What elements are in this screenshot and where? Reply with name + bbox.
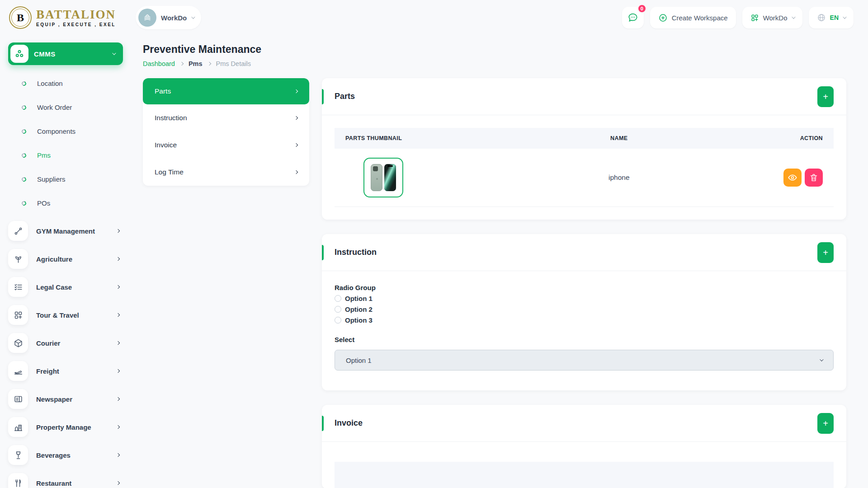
wine-glass-icon (14, 450, 23, 460)
sidebar-item-label: Location (37, 80, 63, 87)
menu-item-label: Log Time (155, 168, 184, 176)
sidebar-item-suppliers[interactable]: Suppliers (8, 167, 123, 191)
delete-part-button[interactable] (805, 169, 823, 187)
invoice-card: Invoice + (322, 405, 846, 488)
iphone-back-image (371, 164, 382, 191)
dumbbell-icon (14, 226, 23, 236)
sidebar-item-label: Tour & Travel (36, 311, 79, 319)
sidebar-item-beverages[interactable]: Beverages (8, 441, 123, 469)
sidebar-item-pms[interactable]: Pms (8, 143, 123, 167)
table-row: iphone (335, 149, 834, 207)
building-icon (142, 13, 152, 23)
sidebar-item-label: Components (37, 127, 75, 135)
brand-logo: B BATTALION EQUIP , EXECUTE , EXEL (9, 6, 136, 29)
detail-menu-parts[interactable]: Parts (143, 78, 309, 104)
radio-option-3[interactable]: Option 3 (335, 316, 834, 324)
sidebar-item-label: Restaurant (36, 479, 71, 487)
main-content: Preventive Maintenance Dashboard Pms Pms… (131, 35, 868, 488)
view-part-button[interactable] (783, 169, 802, 187)
bullet-icon (21, 152, 27, 158)
chevron-right-icon (207, 62, 211, 66)
sidebar-app-switcher-cmms[interactable]: CMMS (8, 42, 123, 65)
create-workspace-label: Create Workspace (672, 14, 728, 22)
workdo-dropdown[interactable]: WorkDo (742, 7, 802, 28)
breadcrumb-pms[interactable]: Pms (189, 60, 203, 67)
sidebar-item-property-manage[interactable]: Property Manage (8, 413, 123, 441)
sidebar-item-gym-management[interactable]: GYM Management (8, 217, 123, 245)
detail-menu-instruction[interactable]: Instruction (143, 104, 309, 131)
building-icon (14, 422, 23, 432)
breadcrumb-pms-details: Pms Details (216, 60, 251, 67)
messages-badge: 0 (637, 4, 646, 13)
sidebar-item-pos[interactable]: POs (8, 191, 123, 215)
sidebar-item-label: Legal Case (36, 283, 72, 291)
sidebar-item-courier[interactable]: Courier (8, 329, 123, 357)
add-instruction-button[interactable]: + (817, 242, 834, 263)
add-invoice-button[interactable]: + (817, 413, 834, 434)
package-icon (14, 338, 23, 348)
chevron-down-icon (843, 15, 846, 19)
circle-plus-icon (658, 13, 668, 23)
invoice-card-title: Invoice (335, 418, 363, 428)
pms-detail-menu: Parts Instruction Invoice Log Time (143, 78, 309, 186)
page-title: Preventive Maintenance (143, 43, 846, 56)
sidebar-item-freight[interactable]: Freight (8, 357, 123, 385)
chevron-right-icon (116, 257, 120, 261)
chevron-right-icon (294, 143, 298, 147)
menu-item-label: Parts (155, 87, 171, 95)
parts-table: Parts Thumbnail Name Action (335, 128, 834, 207)
sidebar-item-label: Pms (37, 151, 51, 159)
bullet-icon (21, 200, 27, 206)
create-workspace-button[interactable]: Create Workspace (650, 7, 736, 28)
sidebar-item-label: Agriculture (36, 255, 72, 263)
topbar: B BATTALION EQUIP , EXECUTE , EXEL WorkD… (0, 0, 868, 35)
chevron-right-icon (116, 229, 120, 233)
sidebar-item-legal-case[interactable]: Legal Case (8, 273, 123, 301)
seedling-icon (14, 254, 23, 264)
select-value: Option 1 (346, 357, 372, 364)
chevron-right-icon (294, 170, 298, 174)
workspace-avatar (138, 9, 156, 27)
sidebar-item-label: Work Order (37, 103, 72, 111)
workdo-dropdown-label: WorkDo (763, 14, 788, 22)
radio-option-label: Option 1 (345, 295, 373, 302)
messages-button[interactable]: 0 (622, 7, 644, 28)
sidebar-item-components[interactable]: Components (8, 119, 123, 143)
sidebar-item-label: Suppliers (37, 175, 66, 183)
sidebar-item-restaurant[interactable]: Restaurant (8, 469, 123, 488)
add-part-button[interactable]: + (817, 86, 834, 107)
instruction-card: Instruction + Radio Group Option 1 Optio… (322, 234, 846, 390)
chat-icon (627, 12, 639, 23)
app-switcher-label: CMMS (34, 50, 56, 58)
plane-icon (14, 366, 23, 376)
bullet-icon (21, 104, 27, 110)
sidebar-item-work-order[interactable]: Work Order (8, 95, 123, 119)
three-circles-icon (14, 48, 25, 59)
sidebar-item-location[interactable]: Location (8, 71, 123, 95)
sidebar-item-newspaper[interactable]: Newspaper (8, 385, 123, 413)
workspace-switcher[interactable]: WorkDo (136, 6, 201, 29)
chevron-down-icon (191, 15, 195, 19)
sidebar-item-label: GYM Management (36, 227, 95, 235)
radio-option-1[interactable]: Option 1 (335, 295, 834, 302)
select-label: Select (335, 336, 834, 343)
sidebar-item-label: Courier (36, 339, 60, 347)
sidebar-item-agriculture[interactable]: Agriculture (8, 245, 123, 273)
radio-icon (335, 306, 341, 313)
radio-group-label: Radio Group (335, 284, 834, 291)
sidebar-item-tour-travel[interactable]: Tour & Travel (8, 301, 123, 329)
bullet-icon (21, 176, 27, 182)
radio-option-2[interactable]: Option 2 (335, 305, 834, 313)
sidebar-item-label: Property Manage (36, 423, 91, 431)
option-select[interactable]: Option 1 (335, 350, 834, 371)
detail-menu-log-time[interactable]: Log Time (143, 159, 309, 186)
instruction-card-title: Instruction (335, 248, 377, 257)
radio-option-label: Option 2 (345, 305, 373, 313)
language-dropdown[interactable]: EN (809, 7, 854, 28)
part-thumbnail-iphone[interactable] (363, 158, 403, 197)
breadcrumb-dashboard[interactable]: Dashboard (143, 60, 175, 67)
chevron-right-icon (180, 62, 184, 66)
detail-menu-invoice[interactable]: Invoice (143, 131, 309, 159)
checklist-icon (14, 282, 23, 292)
grid-plus-icon (14, 310, 23, 320)
